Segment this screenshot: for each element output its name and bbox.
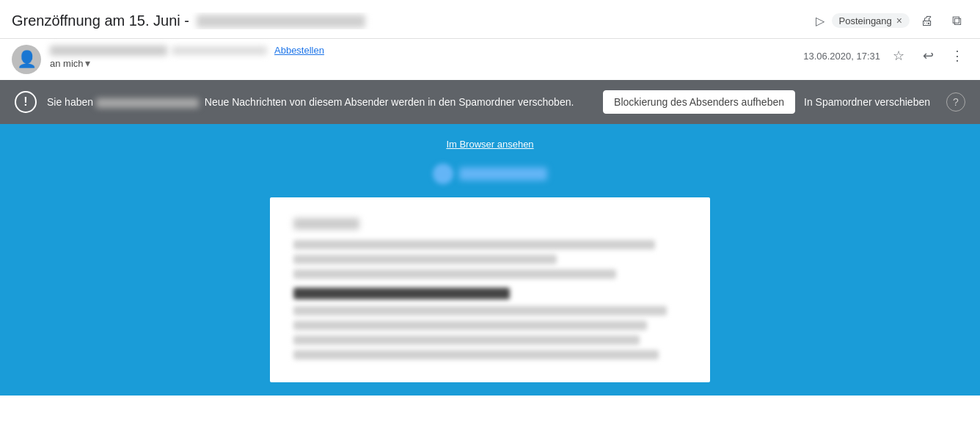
more-icon: ⋮ <box>951 48 964 64</box>
sender-name <box>50 45 167 56</box>
spam-text: Sie haben Neue Nachrichten von diesem Ab… <box>47 96 593 108</box>
body-text-line-1 <box>293 240 655 249</box>
subject-blurred <box>197 15 365 28</box>
email-viewer: Grenzöffnung am 15. Juni - ▷ Posteingang… <box>0 0 980 441</box>
body-text-line-4 <box>293 306 667 316</box>
recipient-label: an mich <box>50 58 84 69</box>
sender-name-row: Abbestellen <box>50 45 794 56</box>
body-text-line-5 <box>293 321 647 330</box>
reply-icon: ↩ <box>923 48 934 64</box>
logo-icon <box>433 164 453 184</box>
sender-meta: 13.06.2020, 17:31 ☆ ↩ ⋮ <box>803 45 968 67</box>
recipient-dropdown[interactable]: an mich ▾ <box>50 57 90 69</box>
move-to-spam-button[interactable]: In Spamordner verschieben <box>804 91 930 113</box>
inbox-arrow-icon: ▷ <box>816 14 824 28</box>
spam-text-suffix: Neue Nachrichten von diesem Absender wer… <box>205 96 574 108</box>
avatar: 👤 <box>12 45 41 74</box>
inbox-tag[interactable]: Posteingang × <box>832 13 910 28</box>
spam-banner: ! Sie haben Neue Nachrichten von diesem … <box>0 80 980 124</box>
unblock-sender-button[interactable]: Blockierung des Absenders aufheben <box>603 90 795 114</box>
sender-row: 👤 Abbestellen an mich ▾ 13.06.2020, 17:3… <box>0 39 980 80</box>
content-card <box>270 197 710 382</box>
email-body: Im Browser ansehen <box>0 124 980 396</box>
unsubscribe-link[interactable]: Abbestellen <box>274 45 324 56</box>
warning-exclamation: ! <box>23 95 27 109</box>
sender-email <box>172 46 267 55</box>
header-actions: 🖨 ⧉ <box>915 9 968 32</box>
warning-icon: ! <box>15 91 37 113</box>
inbox-tag-close[interactable]: × <box>896 15 902 26</box>
inbox-tag-label: Posteingang <box>839 15 892 26</box>
more-options-button[interactable]: ⋮ <box>946 45 968 67</box>
spam-actions: Blockierung des Absenders aufheben In Sp… <box>603 90 930 114</box>
print-icon: 🖨 <box>921 13 934 29</box>
body-text-line-6 <box>293 335 640 345</box>
body-heading-1 <box>293 288 510 299</box>
logo-row <box>0 164 980 184</box>
chevron-down-icon: ▾ <box>85 57 90 69</box>
view-in-browser-link[interactable]: Im Browser ansehen <box>446 139 533 150</box>
spam-sender-blurred <box>96 98 199 108</box>
reply-button[interactable]: ↩ <box>917 45 939 67</box>
star-button[interactable]: ☆ <box>888 45 910 67</box>
star-icon: ☆ <box>893 48 904 64</box>
open-new-button[interactable]: ⧉ <box>945 9 968 32</box>
spam-text-label: Sie haben <box>47 96 96 108</box>
help-question-icon: ? <box>953 96 959 108</box>
recipient-row: an mich ▾ <box>50 57 794 69</box>
avatar-person-icon: 👤 <box>17 50 37 69</box>
email-header: Grenzöffnung am 15. Juni - ▷ Posteingang… <box>0 0 980 39</box>
body-text-line-3 <box>293 269 616 279</box>
subject-text: Grenzöffnung am 15. Juni - <box>12 12 189 29</box>
salutation <box>293 218 359 230</box>
body-text-line-2 <box>293 255 557 264</box>
logo-text <box>459 167 547 181</box>
body-text-line-7 <box>293 350 659 360</box>
sender-info: Abbestellen an mich ▾ <box>50 45 794 69</box>
date-text: 13.06.2020, 17:31 <box>803 51 880 62</box>
help-icon[interactable]: ? <box>946 92 965 112</box>
print-button[interactable]: 🖨 <box>915 9 939 32</box>
email-subject: Grenzöffnung am 15. Juni - <box>12 12 810 29</box>
open-new-icon: ⧉ <box>952 13 962 29</box>
view-in-browser: Im Browser ansehen <box>0 137 980 150</box>
